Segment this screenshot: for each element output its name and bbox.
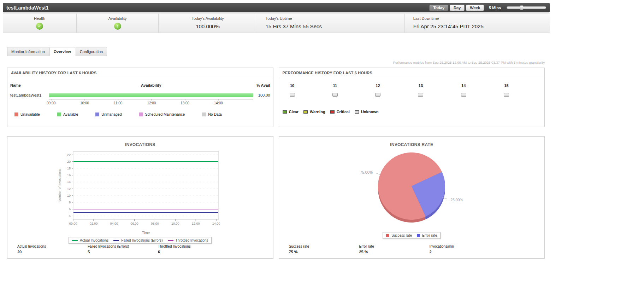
- legend-label: Actual Invocations: [80, 238, 108, 242]
- hour-status-icon-10[interactable]: [290, 93, 295, 97]
- bottom-panel-row: INVOCATIONS 4681012141618202200:0002:000…: [7, 136, 545, 259]
- error-rate-swatch-icon: [417, 234, 420, 237]
- x-tick-label: 06:00: [130, 222, 138, 225]
- legend-item-critical: Critical: [330, 110, 350, 114]
- stat-actual-invocations: Actual Invocations20: [17, 244, 88, 254]
- hour-status-icon-15[interactable]: [504, 93, 509, 97]
- invocations-line-chart: 4681012141618202200:0002:0004:0006:0008:…: [55, 148, 225, 236]
- status-label: Health: [3, 16, 76, 21]
- performance-panel-title: PERFORMANCE HISTORY FOR LAST 6 HOURS: [279, 68, 545, 78]
- availability-axis-tick: 14:00: [214, 101, 223, 105]
- availability-axis-tick: 10:00: [80, 101, 89, 105]
- health-status-ok-icon: ✓: [36, 23, 43, 30]
- stat-value: 25 %: [359, 250, 430, 254]
- hour-label: 13: [418, 83, 423, 88]
- x-tick-label: 14:00: [212, 222, 220, 225]
- legend-label: Unmanaged: [101, 112, 122, 116]
- topbar-controls: TodayDayWeek 5 Mins: [429, 5, 546, 11]
- tab-configuration[interactable]: Configuration: [76, 47, 107, 56]
- y-tick-label: 22: [67, 153, 71, 157]
- stat-label: Throttled Invocations: [158, 244, 228, 248]
- invocations-chart-legend: Actual InvocationsFailed Invocations (Er…: [69, 237, 212, 244]
- stat-throttled-invocations: Throttled Invocations6: [158, 244, 228, 254]
- status-label: Today's Uptime: [266, 16, 404, 21]
- legend-label: No Data: [208, 112, 222, 116]
- performance-history-panel: PERFORMANCE HISTORY FOR LAST 6 HOURS 101…: [279, 68, 545, 127]
- x-tick-label: 12:00: [192, 222, 200, 225]
- pie-slice-label: 75.00%: [360, 170, 373, 174]
- stat-success-rate: Success rate75 %: [289, 244, 359, 254]
- legend-label: Success rate: [391, 233, 412, 237]
- stat-value: 20: [17, 250, 88, 254]
- status-label: Availability: [77, 16, 158, 21]
- legend-item-actual-invocations: Actual Invocations: [72, 238, 108, 242]
- scheduled-maintenance-swatch-icon: [139, 112, 143, 116]
- y-tick-label: 16: [67, 173, 71, 177]
- legend-item-clear: Clear: [283, 110, 299, 114]
- legend-item-warning: Warning: [303, 110, 325, 114]
- y-axis-title: Number of Invocations: [58, 168, 61, 202]
- stat-label: Success rate: [289, 244, 359, 248]
- y-tick-label: 18: [67, 167, 71, 170]
- throttled-invocations-line-icon: [168, 240, 173, 241]
- y-tick-label: 10: [67, 194, 71, 197]
- stat-value: 2: [430, 250, 500, 254]
- period-button-week[interactable]: Week: [466, 5, 484, 11]
- hour-status-icon-13[interactable]: [418, 93, 423, 97]
- hour-label: 12: [375, 83, 380, 88]
- legend-item-failed-invocations-errors: Failed Invocations (Errors): [113, 238, 163, 242]
- hour-status-icon-12[interactable]: [375, 93, 380, 97]
- availability-panel-title: AVAILABILITY HISTORY FOR LAST 6 HOURS: [7, 68, 273, 78]
- hour-status-icon-11[interactable]: [332, 93, 338, 97]
- monitor-name-link[interactable]: testLambdaWest1: [10, 93, 49, 97]
- tab-overview[interactable]: Overview: [49, 47, 75, 56]
- column-header-avail-pct: % Avail: [253, 83, 270, 87]
- x-axis-title: Time: [142, 231, 150, 235]
- legend-label: Available: [63, 112, 78, 116]
- y-tick-label: 8: [69, 201, 71, 204]
- perf-hour-11: 11: [332, 83, 338, 98]
- top-panel-row: AVAILABILITY HISTORY FOR LAST 6 HOURS Na…: [7, 68, 545, 127]
- legend-label: Scheduled Maintenance: [145, 112, 185, 116]
- stat-label: Error rate: [359, 244, 430, 248]
- availability-bar-track: [49, 93, 253, 97]
- hour-label: 14: [461, 83, 466, 88]
- invocations-chart-title: INVOCATIONS: [7, 142, 273, 147]
- x-tick-label: 02:00: [89, 222, 98, 225]
- period-toggle-group: TodayDayWeek: [429, 5, 484, 11]
- invocations-rate-chart-title: INVOCATIONS RATE: [279, 142, 545, 147]
- invocations-panel: INVOCATIONS 4681012141618202200:0002:000…: [7, 136, 273, 259]
- hour-status-icon-14[interactable]: [461, 93, 466, 97]
- perf-hour-15: 15: [504, 83, 509, 98]
- hour-label: 11: [332, 83, 338, 88]
- period-button-today[interactable]: Today: [429, 5, 448, 11]
- granularity-slider[interactable]: [507, 6, 546, 9]
- critical-swatch-icon: [330, 110, 335, 114]
- stat-invocations-min: Invocations/min2: [430, 244, 500, 254]
- available-swatch-icon: [57, 112, 61, 116]
- legend-item-unknown: Unknown: [355, 110, 379, 114]
- legend-item-no-data: No Data: [202, 112, 222, 116]
- monitor-page: testLambdaWest1 TodayDayWeek 5 Mins Heal…: [3, 3, 550, 259]
- legend-label: Error rate: [422, 233, 437, 237]
- availability-axis-tick: 11:00: [114, 101, 122, 105]
- stat-error-rate: Error rate25 %: [359, 244, 430, 254]
- status-label: Today's Availability: [159, 16, 257, 21]
- stat-value: 5: [88, 250, 158, 254]
- y-tick-label: 6: [69, 207, 71, 211]
- monitor-title: testLambdaWest1: [6, 5, 49, 11]
- slider-handle-icon[interactable]: [520, 5, 523, 10]
- legend-label: Unknown: [361, 110, 379, 114]
- invocations-stats-row: Actual Invocations20Failed Invocations (…: [7, 244, 273, 258]
- tab-monitor-information[interactable]: Monitor Information: [7, 47, 49, 56]
- stat-label: Invocations/min: [430, 244, 500, 248]
- invocations-rate-stats-row: Success rate75 %Error rate25 %Invocation…: [279, 244, 545, 258]
- period-button-day[interactable]: Day: [450, 5, 465, 11]
- x-tick-label: 00:00: [69, 222, 77, 225]
- availability-table-header: Name Availability % Avail: [7, 83, 273, 87]
- status-value: 15 Hrs 37 Mins 55 Secs: [266, 23, 404, 29]
- legend-item-error-rate: Error rate: [417, 233, 437, 237]
- availability-legend: UnavailableAvailableUnmanagedScheduled M…: [14, 112, 273, 116]
- availability-axis-tick: 13:00: [181, 101, 189, 105]
- stat-value: 75 %: [289, 250, 359, 254]
